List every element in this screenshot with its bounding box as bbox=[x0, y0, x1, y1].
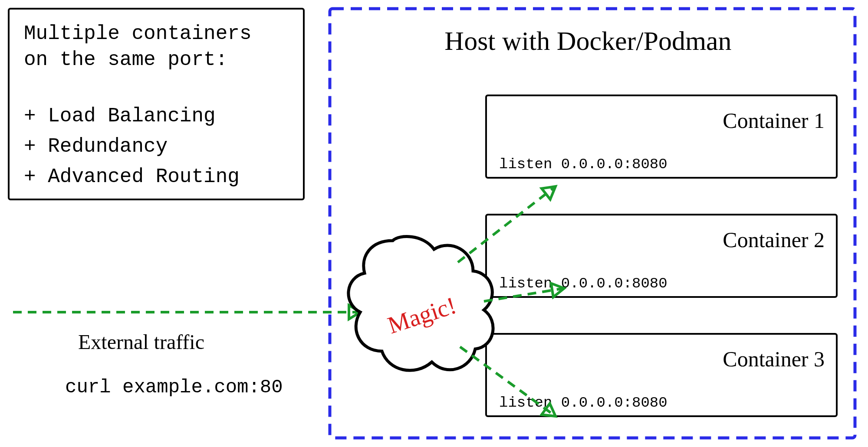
magic-cloud: Magic! bbox=[349, 236, 493, 370]
external-traffic-command: curl example.com:80 bbox=[65, 376, 283, 398]
info-box-item-2: + Advanced Routing bbox=[24, 166, 240, 188]
info-box-title-2: on the same port: bbox=[24, 49, 227, 71]
host-title: Host with Docker/Podman bbox=[444, 26, 731, 55]
container-1-listen: listen 0.0.0.0:8080 bbox=[499, 156, 667, 173]
info-box-item-1: + Redundancy bbox=[24, 135, 168, 158]
container-2-name: Container 2 bbox=[723, 228, 825, 252]
external-traffic-label: External traffic bbox=[78, 330, 204, 353]
arrow-to-container-1 bbox=[458, 181, 560, 262]
container-1: Container 1 listen 0.0.0.0:8080 bbox=[486, 95, 837, 178]
container-3-name: Container 3 bbox=[723, 347, 825, 371]
host-box: Host with Docker/Podman bbox=[330, 9, 855, 438]
info-box: Multiple containers on the same port: + … bbox=[9, 9, 304, 199]
container-2: Container 2 listen 0.0.0.0:8080 bbox=[486, 215, 837, 297]
container-1-name: Container 1 bbox=[723, 108, 825, 133]
container-2-listen: listen 0.0.0.0:8080 bbox=[499, 275, 667, 292]
info-box-item-0: + Load Balancing bbox=[24, 105, 216, 127]
container-3-listen: listen 0.0.0.0:8080 bbox=[499, 395, 667, 411]
host-border bbox=[330, 9, 855, 438]
svg-line-4 bbox=[458, 186, 556, 262]
info-box-title-1: Multiple containers bbox=[24, 23, 252, 45]
external-traffic-arrow bbox=[13, 305, 360, 319]
